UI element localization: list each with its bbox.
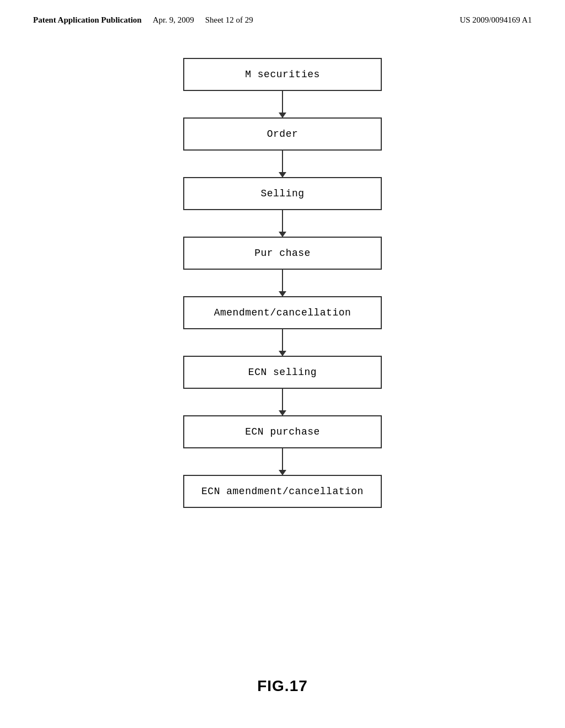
flow-label-ecn-amendment-cancellation: ECN amendment/cancellation bbox=[201, 486, 364, 497]
patent-number: US 2009/0094169 A1 bbox=[460, 15, 532, 25]
flow-box-amendment-cancellation: Amendment/cancellation bbox=[183, 296, 382, 329]
arrow-6 bbox=[282, 389, 283, 415]
flow-box-ecn-amendment-cancellation: ECN amendment/cancellation bbox=[183, 475, 382, 508]
page-header: Patent Application Publication Apr. 9, 2… bbox=[0, 0, 565, 25]
publication-label: Patent Application Publication bbox=[33, 15, 142, 25]
flow-label-ecn-purchase: ECN purchase bbox=[245, 426, 320, 437]
flow-box-order: Order bbox=[183, 117, 382, 151]
flow-box-m-securities: M securities bbox=[183, 58, 382, 91]
flow-box-purchase: Pur chase bbox=[183, 237, 382, 270]
arrow-3 bbox=[282, 210, 283, 237]
publication-date: Apr. 9, 2009 bbox=[153, 15, 194, 25]
figure-label: FIG.17 bbox=[257, 677, 308, 695]
flow-box-ecn-selling: ECN selling bbox=[183, 356, 382, 389]
flow-box-ecn-purchase: ECN purchase bbox=[183, 415, 382, 448]
flow-label-ecn-selling: ECN selling bbox=[248, 367, 317, 378]
flow-label-amendment-cancellation: Amendment/cancellation bbox=[214, 307, 351, 318]
sheet-info: Sheet 12 of 29 bbox=[205, 15, 253, 25]
flow-label-purchase: Pur chase bbox=[254, 248, 311, 259]
flow-box-selling: Selling bbox=[183, 177, 382, 210]
arrow-5 bbox=[282, 329, 283, 356]
flowchart-diagram: M securities Order Selling Pur chase Ame… bbox=[0, 58, 565, 508]
arrow-7 bbox=[282, 448, 283, 475]
flow-label-selling: Selling bbox=[260, 188, 304, 199]
flow-label-order: Order bbox=[267, 129, 299, 140]
arrow-2 bbox=[282, 151, 283, 177]
arrow-1 bbox=[282, 91, 283, 117]
arrow-4 bbox=[282, 270, 283, 296]
flow-label-m-securities: M securities bbox=[245, 69, 320, 80]
